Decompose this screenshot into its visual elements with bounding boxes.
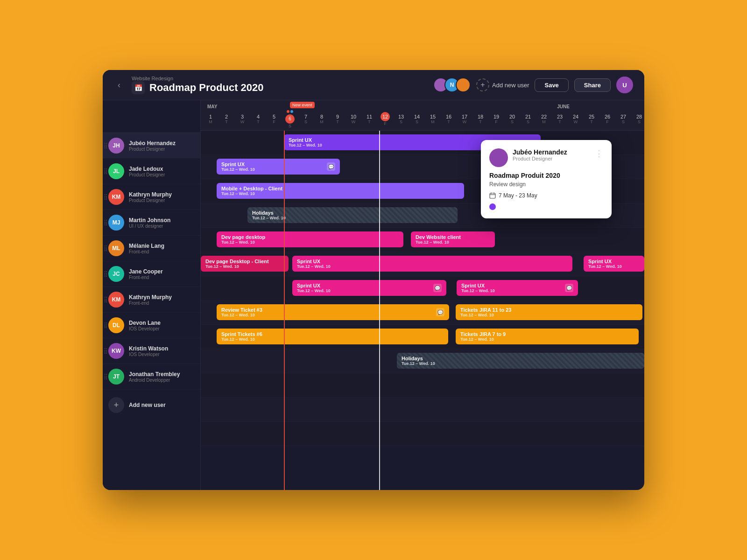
- chat-icon-4: 💬: [436, 308, 444, 316]
- avatar-3: [456, 77, 471, 92]
- gantt-row-8: Review Ticket #3 Tue.12 – Wed. 10 💬 Tick…: [201, 301, 644, 325]
- current-date-line: [284, 131, 285, 490]
- day-28: 28S: [631, 114, 644, 124]
- user-info-jane: Jane Cooper Front-end: [129, 268, 195, 280]
- gantt-body: Sprint UX Tue.12 – Wed. 10 Sprint UX Tue…: [201, 131, 644, 490]
- task-detail-popup: Jubéo Hernandez Product Designer ⋮ Roadm…: [481, 140, 612, 218]
- gantt-row-12: [201, 398, 644, 422]
- current-user-avatar[interactable]: U: [616, 77, 633, 93]
- drag-handle-icon: ⣿: [104, 271, 108, 277]
- sidebar-user-melanie[interactable]: ⣿ ML Mélanie Lang Front-end: [103, 236, 200, 261]
- avatar-kathryn1: KM: [108, 189, 124, 205]
- popup-user-role: Product Designer: [513, 156, 590, 161]
- user-info-jubeo: Jubéo Hernandez Product Designer: [129, 140, 195, 152]
- task-bar-sprint-tickets-6[interactable]: Sprint Tickets #6 Tue.12 – Wed. 10: [217, 329, 448, 344]
- task-bar-sprint-ux-2[interactable]: Sprint UX Tue.12 – Wed. 10 💬: [217, 159, 340, 175]
- sidebar: ⣿ JH Jubéo Hernandez Product Designer ⣿ …: [103, 100, 201, 490]
- title-row: 📅 Roadmap Product 2020: [132, 81, 264, 94]
- avatar-jade: JL: [108, 163, 124, 179]
- sidebar-spacer: [103, 100, 200, 133]
- gantt-row-6: Dev page Desktop - Client Tue.12 – Wed. …: [201, 252, 644, 276]
- day-24: 24W: [568, 114, 584, 124]
- avatar-melanie: ML: [108, 240, 124, 256]
- task-bar-dev-page-desktop-client[interactable]: Dev page Desktop - Client Tue.12 – Wed. …: [201, 256, 289, 272]
- gantt-row-7: Sprint UX Tue.12 – Wed. 10 💬 Sprint UX T…: [201, 276, 644, 301]
- avatar-jane: JC: [108, 266, 124, 282]
- drag-handle-icon: ⣿: [104, 168, 108, 175]
- user-info-kathryn2: Kathryn Murphy Front-end: [129, 294, 195, 306]
- day-2: 2T: [218, 114, 234, 124]
- day-21: 21S: [520, 114, 536, 124]
- popup-user-name: Jubéo Hernandez: [513, 148, 590, 156]
- user-info-melanie: Mélanie Lang Front-end: [129, 243, 195, 254]
- day-8: 8M: [314, 114, 330, 124]
- day-13: 13S: [393, 114, 409, 124]
- drag-handle-icon: ⣿: [104, 245, 108, 252]
- popup-footer: [489, 203, 603, 210]
- task-bar-tickets-jira-7-9[interactable]: Tickets JIRA 7 to 9 Tue.12 – Wed. 10: [456, 329, 639, 344]
- task-bar-review-ticket-3[interactable]: Review Ticket #3 Tue.12 – Wed. 10 💬: [217, 304, 449, 320]
- day-11: 11T: [361, 114, 377, 124]
- task-bar-sprint-ux-k1[interactable]: Sprint UX Tue.12 – Wed. 10 💬: [292, 280, 446, 296]
- sidebar-user-kathryn1[interactable]: ⣿ KM Kathryn Murphy Product Designer: [103, 184, 200, 210]
- user-role-martin: UI / UX designer: [129, 224, 195, 229]
- task-bar-sprint-ux-jane-right[interactable]: Sprint UX Tue.12 – Wed. 10: [584, 256, 644, 272]
- sidebar-user-jane[interactable]: ⣿ JC Jane Cooper Front-end: [103, 261, 200, 287]
- task-bar-sprint-ux-jane[interactable]: Sprint UX Tue.12 – Wed. 10: [292, 256, 572, 272]
- avatar-jubeo: JH: [108, 138, 124, 154]
- sidebar-user-kristin[interactable]: ⣿ KW Kristin Watson IOS Developer: [103, 338, 200, 364]
- user-name-kristin: Kristin Watson: [129, 345, 195, 352]
- drag-handle-icon: ⣿: [104, 296, 108, 303]
- sidebar-user-jade[interactable]: ⣿ JL Jade Ledoux Product Designer: [103, 159, 200, 184]
- user-name-jubeo: Jubéo Hernandez: [129, 140, 195, 147]
- page-title: Roadmap Product 2020: [149, 82, 264, 94]
- user-name-jane: Jane Cooper: [129, 268, 195, 275]
- user-info-jade: Jade Ledoux Product Designer: [129, 166, 195, 177]
- sidebar-user-kathryn2[interactable]: ⣿ KM Kathryn Murphy Front-end: [103, 287, 200, 313]
- drag-handle-icon: ⣿: [104, 322, 108, 329]
- day-18: 18T: [472, 114, 488, 124]
- gantt-row-10: Holidays Tue.12 – Wed. 10: [201, 349, 644, 373]
- gantt-row-11: [201, 373, 644, 398]
- task-bar-dev-website-client[interactable]: Dev Website client Tue.12 – Wed. 10: [411, 231, 495, 247]
- chat-icon-2: 💬: [433, 284, 442, 292]
- app-window: ‹ Website Redesign 📅 Roadmap Product 202…: [103, 70, 644, 490]
- user-name-martin: Martin Johnson: [129, 217, 195, 224]
- task-bar-holidays-jonathan[interactable]: Holidays Tue.12 – Wed. 10: [397, 353, 644, 369]
- header-right: N + Add new user Save Share U: [433, 77, 633, 93]
- add-user-sidebar-button[interactable]: + Add new user: [103, 392, 200, 419]
- popup-task: Review design: [489, 181, 603, 188]
- user-role-kathryn1: Product Designer: [129, 198, 195, 203]
- task-bar-holidays-1[interactable]: Holidays Tue.12 – Wed. 10: [247, 207, 458, 223]
- task-bar-dev-page-desktop[interactable]: Dev page desktop Tue.12 – Wed. 10: [217, 231, 403, 247]
- sidebar-user-jonathan[interactable]: ⣿ JT Jonathan Trembley Android Developpe…: [103, 364, 200, 390]
- add-new-user-button[interactable]: + Add new user: [476, 78, 529, 91]
- user-info-kathryn1: Kathryn Murphy Product Designer: [129, 191, 195, 203]
- task-bar-sprint-ux-k2[interactable]: Sprint UX Tue.12 – Wed. 10 💬: [457, 280, 578, 296]
- day-7: 7S: [298, 114, 314, 124]
- popup-avatar: [489, 148, 508, 167]
- day-27: 27S: [615, 114, 631, 124]
- avatar-kristin: KW: [108, 343, 124, 359]
- user-role-kathryn2: Front-end: [129, 301, 195, 306]
- user-name-kathryn1: Kathryn Murphy: [129, 191, 195, 198]
- user-info-martin: Martin Johnson UI / UX designer: [129, 217, 195, 229]
- task-bar-tickets-jira-11-23[interactable]: Tickets JIRA 11 to 23 Tue.12 – Wed. 10: [456, 304, 642, 320]
- sidebar-user-jubeo[interactable]: ⣿ JH Jubéo Hernandez Product Designer: [103, 133, 200, 159]
- day-9: 9T: [330, 114, 345, 124]
- share-button[interactable]: Share: [574, 78, 611, 92]
- popup-more-button[interactable]: ⋮: [595, 148, 603, 159]
- drag-handle-icon: ⣿: [104, 142, 108, 149]
- day-19: 19F: [488, 114, 504, 124]
- day-6: 6 S New event: [282, 110, 298, 128]
- save-button[interactable]: Save: [535, 78, 568, 92]
- sidebar-user-martin[interactable]: ⣿ MJ Martin Johnson UI / UX designer: [103, 210, 200, 236]
- day-22: 22M: [536, 114, 552, 124]
- main-body: ⣿ JH Jubéo Hernandez Product Designer ⣿ …: [103, 100, 644, 490]
- header: ‹ Website Redesign 📅 Roadmap Product 202…: [103, 70, 644, 100]
- task-bar-mobile-desktop[interactable]: Mobile + Desktop - Client Tue.12 – Wed. …: [217, 183, 464, 199]
- user-role-jade: Product Designer: [129, 172, 195, 177]
- back-button[interactable]: ‹: [114, 78, 124, 92]
- sidebar-user-devon[interactable]: ⣿ DL Devon Lane IOS Developer: [103, 313, 200, 338]
- day-4: 4T: [250, 114, 266, 124]
